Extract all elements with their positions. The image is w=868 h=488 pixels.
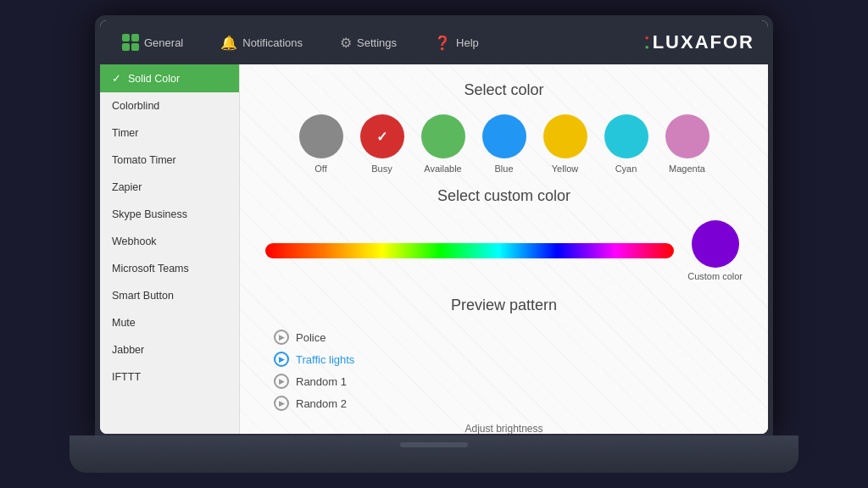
pattern-label-traffic-lights: Traffic lights xyxy=(296,353,354,366)
swatch-circle-yellow xyxy=(543,114,587,158)
logo-dots: ● ● xyxy=(645,34,651,51)
pattern-play-icon-random2: ▶ xyxy=(274,396,289,411)
sidebar-item-webhook-label: Webhook xyxy=(112,236,157,247)
sidebar-item-solid-color-label: Solid Color xyxy=(128,73,180,85)
main-content: ✓ Solid Color Colorblind Timer Tomato Ti… xyxy=(100,64,768,434)
logo-text: LUXAFOR xyxy=(653,31,754,53)
pattern-label-police: Police xyxy=(296,331,326,344)
sidebar-item-tomato-timer[interactable]: Tomato Timer xyxy=(100,147,239,174)
sidebar-item-smart-button-label: Smart Button xyxy=(112,290,174,302)
nav-notifications-label: Notifications xyxy=(242,36,303,49)
sidebar-item-ifttt-label: IFTTT xyxy=(112,371,141,383)
swatch-label-available: Available xyxy=(424,164,461,174)
swatch-label-blue: Blue xyxy=(494,164,513,174)
sidebar-item-jabber[interactable]: Jabber xyxy=(100,336,239,363)
custom-color-label: Custom color xyxy=(687,271,743,281)
swatch-label-magenta: Magenta xyxy=(669,164,705,174)
sidebar-item-zapier-label: Zapier xyxy=(112,181,142,193)
nav-brand[interactable]: General xyxy=(114,29,192,56)
custom-color-row: Custom color xyxy=(265,220,743,281)
pattern-item-random1[interactable]: ▶ Random 1 xyxy=(274,374,743,389)
pattern-play-icon-random1: ▶ xyxy=(274,374,289,389)
content-area: Select color Off ✓ Busy xyxy=(240,64,768,434)
custom-color-container: Custom color xyxy=(687,220,743,281)
sidebar-item-tomato-timer-label: Tomato Timer xyxy=(112,154,176,166)
notifications-icon: 🔔 xyxy=(220,35,237,51)
check-icon: ✓ xyxy=(112,72,121,85)
sidebar-item-skype-business-label: Skype Business xyxy=(112,208,187,220)
adjust-brightness-label: Adjust brightness xyxy=(265,423,743,434)
swatch-circle-magenta xyxy=(665,114,709,158)
swatch-magenta[interactable]: Magenta xyxy=(665,114,709,174)
sidebar-item-mute-label: Mute xyxy=(112,317,136,329)
swatch-circle-cyan xyxy=(604,114,648,158)
pattern-item-police[interactable]: ▶ Police xyxy=(274,330,743,345)
app-container: General 🔔 Notifications ⚙ Settings ❓ Hel… xyxy=(100,20,768,434)
nav-settings-label: Settings xyxy=(357,36,397,49)
nav-help[interactable]: ❓ Help xyxy=(426,30,487,56)
laptop-wrapper: General 🔔 Notifications ⚙ Settings ❓ Hel… xyxy=(70,15,798,473)
custom-color-section: Select custom color Custom color xyxy=(265,187,743,281)
swatch-available[interactable]: Available xyxy=(421,114,465,174)
screen-inner: General 🔔 Notifications ⚙ Settings ❓ Hel… xyxy=(100,20,768,434)
swatch-yellow[interactable]: Yellow xyxy=(543,114,587,174)
preview-title: Preview pattern xyxy=(265,297,743,314)
pattern-label-random2: Random 2 xyxy=(296,397,347,410)
swatch-busy[interactable]: ✓ Busy xyxy=(360,114,404,174)
grid-icon xyxy=(122,34,139,51)
swatch-blue[interactable]: Blue xyxy=(482,114,526,174)
sidebar-item-smart-button[interactable]: Smart Button xyxy=(100,282,239,309)
sidebar-item-colorblind[interactable]: Colorblind xyxy=(100,92,239,119)
swatch-cyan[interactable]: Cyan xyxy=(604,114,648,174)
sidebar: ✓ Solid Color Colorblind Timer Tomato Ti… xyxy=(100,64,240,434)
navbar: General 🔔 Notifications ⚙ Settings ❓ Hel… xyxy=(100,20,768,64)
swatch-label-yellow: Yellow xyxy=(552,164,578,174)
nav-notifications[interactable]: 🔔 Notifications xyxy=(212,30,311,56)
swatch-circle-off xyxy=(299,114,343,158)
settings-icon: ⚙ xyxy=(340,35,352,51)
sidebar-item-mute[interactable]: Mute xyxy=(100,309,239,336)
swatch-off[interactable]: Off xyxy=(299,114,343,174)
custom-color-preview[interactable] xyxy=(692,220,739,268)
color-swatches: Off ✓ Busy Available xyxy=(265,114,743,174)
swatch-label-off: Off xyxy=(314,164,326,174)
swatch-circle-busy: ✓ xyxy=(360,114,404,158)
pattern-play-icon-traffic: ▶ xyxy=(274,352,289,367)
sidebar-item-webhook[interactable]: Webhook xyxy=(100,228,239,255)
sidebar-item-microsoft-teams[interactable]: Microsoft Teams xyxy=(100,255,239,282)
help-icon: ❓ xyxy=(434,35,451,51)
swatch-label-cyan: Cyan xyxy=(615,164,637,174)
sidebar-item-skype-business[interactable]: Skype Business xyxy=(100,201,239,228)
nav-help-label: Help xyxy=(456,36,479,49)
sidebar-item-jabber-label: Jabber xyxy=(112,344,144,356)
pattern-label-random1: Random 1 xyxy=(296,375,347,388)
pattern-list: ▶ Police ▶ Traffic lights ▶ Random 1 xyxy=(265,330,743,411)
pattern-item-random2[interactable]: ▶ Random 2 xyxy=(274,396,743,411)
logo-dot-green: ● xyxy=(645,43,651,51)
sidebar-item-colorblind-label: Colorblind xyxy=(112,100,159,112)
swatch-check-busy: ✓ xyxy=(376,129,387,145)
color-slider[interactable] xyxy=(265,243,674,258)
pattern-item-traffic-lights[interactable]: ▶ Traffic lights xyxy=(274,352,743,367)
nav-brand-label: General xyxy=(144,36,183,49)
swatch-circle-available xyxy=(421,114,465,158)
logo-dot-red: ● xyxy=(645,34,651,42)
select-color-title: Select color xyxy=(265,81,743,99)
sidebar-item-ifttt[interactable]: IFTTT xyxy=(100,363,239,391)
swatch-circle-blue xyxy=(482,114,526,158)
sidebar-item-solid-color[interactable]: ✓ Solid Color xyxy=(100,64,239,92)
custom-color-title: Select custom color xyxy=(265,187,743,205)
nav-settings[interactable]: ⚙ Settings xyxy=(331,30,405,56)
laptop-base xyxy=(70,435,798,473)
pattern-play-icon-police: ▶ xyxy=(274,330,289,345)
laptop-screen: General 🔔 Notifications ⚙ Settings ❓ Hel… xyxy=(95,15,773,439)
sidebar-item-zapier[interactable]: Zapier xyxy=(100,174,239,201)
sidebar-item-timer[interactable]: Timer xyxy=(100,119,239,147)
preview-section: Preview pattern ▶ Police ▶ Traffic light… xyxy=(265,297,743,411)
swatch-label-busy: Busy xyxy=(371,164,392,174)
sidebar-item-microsoft-teams-label: Microsoft Teams xyxy=(112,263,189,274)
sidebar-item-timer-label: Timer xyxy=(112,127,138,139)
logo: ● ● LUXAFOR xyxy=(645,31,754,53)
